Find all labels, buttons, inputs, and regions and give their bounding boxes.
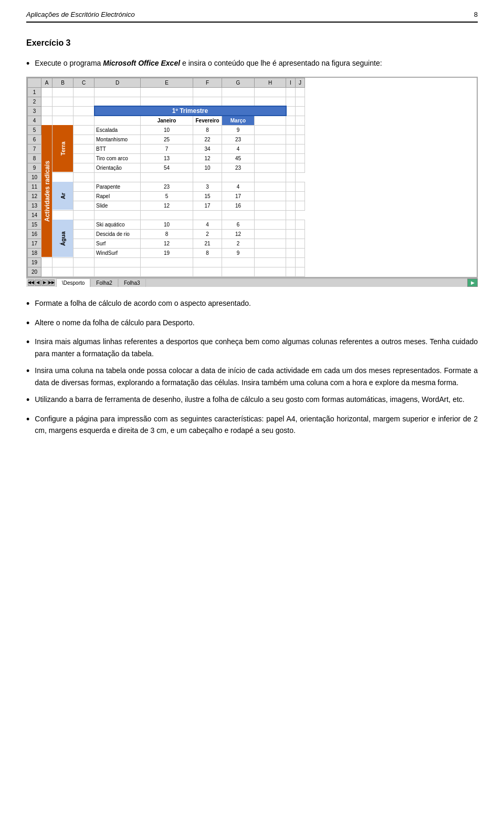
cell-E18: 19 (141, 248, 193, 257)
cell-H6 (255, 135, 286, 144)
cell-F6: 22 (193, 135, 222, 144)
tab-folha3[interactable]: Folha3 (118, 278, 146, 287)
exercise-title: Exercício 3 (26, 38, 478, 48)
cell-J2 (296, 97, 305, 106)
cell-G5: 9 (222, 125, 255, 135)
cell-B19 (52, 257, 74, 267)
cell-E5: 10 (141, 125, 193, 135)
cell-D20 (94, 267, 141, 276)
cell-C3 (74, 106, 94, 116)
cell-G8: 45 (222, 153, 255, 163)
cell-C17 (74, 239, 94, 248)
cell-J17 (296, 239, 305, 248)
cell-F19 (193, 257, 222, 267)
tab-desporto[interactable]: \Desporto (56, 278, 90, 287)
cell-I17 (286, 239, 296, 248)
cell-F7: 34 (193, 144, 222, 153)
cell-G19 (222, 257, 255, 267)
cell-F1 (193, 87, 222, 97)
col-hdr-I: I (286, 78, 296, 87)
table-row: 19 (28, 257, 305, 267)
col-hdr-D: D (94, 78, 141, 87)
cell-I16 (286, 229, 296, 239)
cell-F11: 3 (193, 182, 222, 191)
table-row: 1 (28, 87, 305, 97)
cell-C13 (74, 201, 94, 210)
cell-J16 (296, 229, 305, 239)
cell-G20 (222, 267, 255, 276)
cell-E7: 7 (141, 144, 193, 153)
header-title: Aplicações de Escritório Electrónico (26, 11, 135, 18)
cell-G9: 23 (222, 163, 255, 172)
cell-H9 (255, 163, 286, 172)
cell-F2 (193, 97, 222, 106)
row-hdr-3: 3 (28, 106, 41, 116)
cell-J11 (296, 182, 305, 191)
tab-folha2[interactable]: Folha2 (90, 278, 118, 287)
bullet-list: Execute o programa Microsoft Office Exce… (26, 57, 478, 71)
row-hdr-19: 19 (28, 257, 41, 267)
bullet-item-4: Insira mais algumas linhas referentes a … (26, 336, 478, 359)
nav-last[interactable]: ▶▶ (48, 280, 55, 286)
cell-I20 (286, 267, 296, 276)
cell-I1 (286, 87, 296, 97)
cell-D10 (74, 172, 94, 182)
cell-J15 (296, 220, 305, 229)
cell-C10 (52, 172, 74, 182)
row-hdr-12: 12 (28, 191, 41, 201)
col-hdr-G: G (222, 78, 255, 87)
cell-I19 (286, 257, 296, 267)
cell-H2 (255, 97, 286, 106)
cell-D6: Montanhismo (94, 135, 141, 144)
cell-G2 (222, 97, 255, 106)
cell-C8 (74, 153, 94, 163)
cell-C1 (74, 87, 94, 97)
cell-G14 (193, 210, 222, 220)
tab-nav-arrows: ◀◀ ◀ ▶ ▶▶ (26, 278, 56, 287)
cell-H7 (255, 144, 286, 153)
cell-B3 (52, 106, 74, 116)
agua-label: Água (52, 220, 74, 257)
nav-first[interactable]: ◀◀ (28, 280, 34, 286)
cell-F16: 2 (193, 229, 222, 239)
table-row: 15 Água Ski aquático 10 4 6 (28, 220, 305, 229)
scroll-right-btn[interactable]: ▶ (467, 278, 478, 287)
cell-J18 (296, 248, 305, 257)
cell-F12: 15 (193, 191, 222, 201)
table-row: 14 (28, 210, 305, 220)
cell-D7: BTT (94, 144, 141, 153)
tab-scrollbar (146, 278, 467, 287)
cell-G1 (222, 87, 255, 97)
row-hdr-10: 10 (28, 172, 41, 182)
cell-D18: WindSurf (94, 248, 141, 257)
table-row: 3 1º Trimestre (28, 106, 305, 116)
nav-prev[interactable]: ◀ (35, 280, 41, 286)
cell-C2 (74, 97, 94, 106)
cell-E17: 12 (141, 239, 193, 248)
cell-B4 (52, 116, 74, 125)
row-hdr-18: 18 (28, 248, 41, 257)
cell-G15: 6 (222, 220, 255, 229)
cell-J8 (296, 153, 305, 163)
row-hdr-15: 15 (28, 220, 41, 229)
cell-E10 (94, 172, 141, 182)
bullet-text-4: Insira mais algumas linhas referentes a … (35, 336, 478, 359)
cell-H10 (222, 172, 255, 182)
cell-G6: 23 (222, 135, 255, 144)
cell-B1 (52, 87, 74, 97)
cell-A2 (41, 97, 52, 106)
cell-H16 (255, 229, 286, 239)
cell-I12 (286, 191, 296, 201)
nav-next[interactable]: ▶ (41, 280, 48, 286)
cell-J12 (296, 191, 305, 201)
cell-D9: Orientação (94, 163, 141, 172)
cell-D14 (74, 210, 94, 220)
table-row: 4 Janeiro Fevereiro Março (28, 116, 305, 125)
bullet-text-5: Insira uma coluna na tabela onde possa c… (35, 365, 478, 388)
cell-I6 (286, 135, 296, 144)
cell-H11 (255, 182, 286, 191)
cell-E20 (141, 267, 193, 276)
cell-H13 (255, 201, 286, 210)
cell-E13: 12 (141, 201, 193, 210)
cell-G18: 9 (222, 248, 255, 257)
